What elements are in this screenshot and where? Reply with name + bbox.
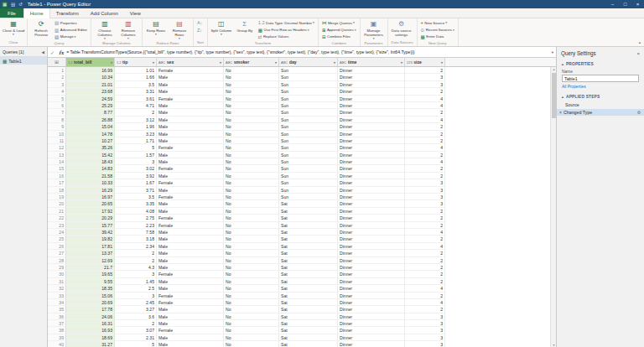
data-type-decimal-number-button[interactable]: 1.2Data Type: Decimal Number▾	[257, 19, 316, 26]
append-queries-button[interactable]: ⊞Append Queries▾	[320, 26, 358, 33]
row-number[interactable]: 7	[48, 109, 66, 116]
cell[interactable]: No	[224, 222, 279, 229]
row-number[interactable]: 38	[48, 327, 66, 334]
row-number[interactable]: 25	[48, 236, 66, 242]
cell[interactable]: 2	[405, 208, 445, 215]
cell[interactable]: 3.07	[115, 327, 157, 334]
use-first-row-as-headers-button[interactable]: ▦Use First Row as Headers▾	[257, 26, 316, 33]
cell[interactable]: 3	[405, 327, 445, 334]
manage-parameters-button[interactable]: ▣Manage Parameters▾	[362, 19, 386, 40]
tab-add-column[interactable]: Add Column	[85, 8, 124, 18]
cell[interactable]: Sun	[279, 137, 338, 144]
cell[interactable]: Dinner	[338, 334, 405, 341]
row-number[interactable]: 14	[48, 158, 66, 165]
cell[interactable]: 3	[405, 341, 445, 347]
cell[interactable]: 31.27	[66, 341, 115, 347]
cell[interactable]: Male	[157, 306, 224, 313]
cell[interactable]: 4	[405, 299, 445, 306]
cell[interactable]: Female	[157, 327, 224, 334]
cell[interactable]: Dinner	[338, 117, 405, 123]
cell[interactable]: Male	[157, 264, 224, 271]
cell[interactable]: Male	[157, 250, 224, 256]
cell[interactable]: 3	[405, 313, 445, 320]
delete-step-icon[interactable]: ×	[559, 110, 562, 115]
cell[interactable]: Female	[157, 293, 224, 299]
cell[interactable]: Dinner	[338, 313, 405, 320]
replace-values-button[interactable]: ⇄Replace Values	[257, 34, 316, 40]
cell[interactable]: Female	[157, 144, 224, 151]
cell[interactable]: Sun	[279, 152, 338, 158]
cell[interactable]: 2.5	[115, 285, 157, 292]
cell[interactable]: Female	[157, 222, 224, 229]
row-number[interactable]: 18	[48, 187, 66, 194]
cell[interactable]: Male	[157, 257, 224, 264]
cell[interactable]: Dinner	[338, 257, 405, 264]
cell[interactable]: Female	[157, 179, 224, 186]
cell[interactable]: 35.26	[66, 144, 115, 151]
cell[interactable]: Male	[157, 152, 224, 158]
cell[interactable]: Dinner	[338, 264, 405, 271]
cell[interactable]: Dinner	[338, 96, 405, 102]
cell[interactable]: 2	[405, 215, 445, 221]
enter-data-button[interactable]: ▦Enter Data	[419, 34, 456, 40]
cell[interactable]: Sat	[279, 222, 338, 229]
choose-columns-button[interactable]: ▥Choose Columns▾	[93, 19, 117, 40]
cell[interactable]: Dinner	[338, 102, 405, 109]
row-number[interactable]: 1	[48, 67, 66, 74]
cell[interactable]: Sun	[279, 81, 338, 88]
applied-steps-section-header[interactable]: ▲ APPLIED STEPS	[557, 92, 644, 101]
cell[interactable]: No	[224, 96, 279, 102]
filter-icon-total_bill[interactable]: ▾	[111, 60, 112, 65]
sort-asc-button[interactable]: A↓	[195, 19, 205, 26]
formula-input[interactable]: = Table.TransformColumnTypes(Source,{{"t…	[66, 49, 549, 54]
cell[interactable]: 3.61	[115, 96, 157, 102]
cell[interactable]: No	[224, 194, 279, 200]
cell[interactable]: Male	[157, 123, 224, 130]
cell[interactable]: Dinner	[338, 222, 405, 229]
cell[interactable]: No	[224, 173, 279, 179]
cell[interactable]: Sat	[279, 264, 338, 271]
cell[interactable]: 16.93	[66, 327, 115, 334]
cell[interactable]: 2	[405, 152, 445, 158]
cell[interactable]: 15.06	[66, 293, 115, 299]
row-number[interactable]: 28	[48, 257, 66, 264]
row-number[interactable]: 4	[48, 88, 66, 95]
row-number[interactable]: 17	[48, 179, 66, 186]
cell[interactable]: 2	[405, 222, 445, 229]
type-icon-smoker[interactable]: ABC	[226, 60, 232, 65]
cell[interactable]: 2	[405, 293, 445, 299]
cell[interactable]: Female	[157, 194, 224, 200]
split-column-button[interactable]: ◫Split Column▾	[210, 19, 233, 36]
cell[interactable]: Dinner	[338, 81, 405, 88]
cell[interactable]: 39.42	[66, 229, 115, 236]
row-number[interactable]: 11	[48, 137, 66, 144]
type-icon-size[interactable]: 123	[407, 60, 413, 65]
remove-rows-button[interactable]: ▤Remove Rows▾	[168, 19, 191, 40]
cell[interactable]: Female	[157, 165, 224, 172]
cell[interactable]: Male	[157, 320, 224, 327]
cell[interactable]: Sat	[279, 285, 338, 292]
filter-icon-sex[interactable]: ▾	[220, 60, 221, 65]
cell[interactable]: No	[224, 236, 279, 242]
cell[interactable]: 24.59	[66, 96, 115, 102]
cell[interactable]: Male	[157, 208, 224, 215]
cell[interactable]: Sat	[279, 271, 338, 277]
cell[interactable]: Dinner	[338, 271, 405, 277]
tab-file[interactable]: File	[0, 8, 23, 18]
cell[interactable]: 16.97	[66, 194, 115, 200]
cell[interactable]: 3	[405, 74, 445, 80]
row-number[interactable]: 39	[48, 334, 66, 341]
cell[interactable]: Sun	[279, 123, 338, 130]
new-source-button[interactable]: +New Source▾	[419, 19, 456, 26]
row-number[interactable]: 35	[48, 306, 66, 313]
cell[interactable]: 19.65	[66, 271, 115, 277]
column-header-sex[interactable]: ABCsex▾	[157, 58, 224, 66]
cell[interactable]: 14.83	[66, 165, 115, 172]
save-icon[interactable]: ▤	[11, 0, 15, 8]
cell[interactable]: No	[224, 123, 279, 130]
cell[interactable]: 10.27	[66, 137, 115, 144]
advanced-editor-button[interactable]: ▥Advanced Editor	[53, 26, 89, 33]
row-number[interactable]: 34	[48, 299, 66, 306]
cell[interactable]: 1.66	[115, 74, 157, 80]
cell[interactable]: 3.92	[115, 173, 157, 179]
